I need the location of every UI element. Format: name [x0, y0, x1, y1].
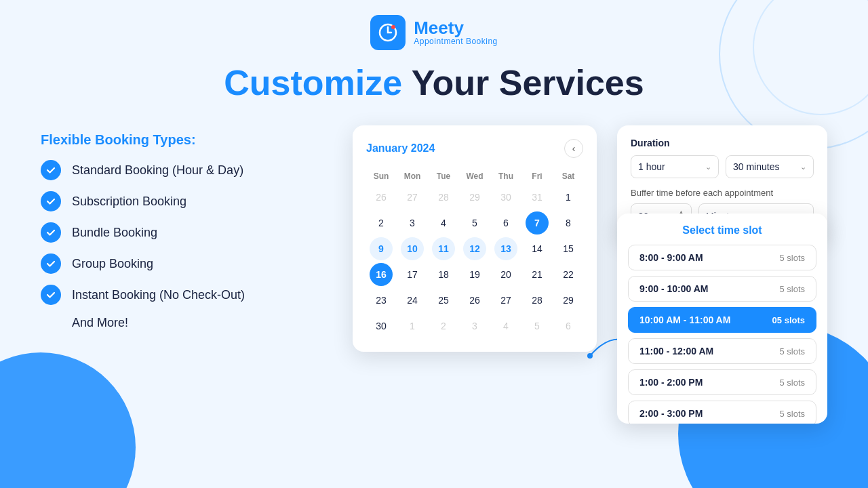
calendar-day[interactable]: 4: [432, 211, 455, 235]
timeslot-slots-count: 5 slots: [779, 253, 805, 263]
calendar-day[interactable]: 27: [401, 186, 424, 209]
calendar-day[interactable]: 30: [370, 314, 393, 338]
calendar-header: January 2024 ‹: [366, 139, 583, 158]
timeslot-slots-count: 5 slots: [779, 378, 805, 388]
calendar-day-header: Sat: [553, 169, 583, 184]
calendar-day[interactable]: 19: [463, 263, 486, 286]
duration-hours-select[interactable]: 1 hour ⌄: [631, 155, 719, 178]
timeslot-slots-count: 05 slots: [772, 315, 805, 325]
logo-subtitle: Appointment Booking: [414, 37, 498, 46]
calendar-day[interactable]: 26: [463, 289, 486, 312]
feature-check-icon: [41, 253, 61, 274]
feature-label: Subscription Booking: [72, 195, 186, 209]
calendar-day[interactable]: 13: [494, 237, 517, 260]
calendar-day[interactable]: 21: [526, 263, 549, 286]
features-section: Flexible Booking Types: Standard Booking…: [41, 125, 326, 330]
timeslot-time: 10:00 AM - 11:00 AM: [639, 314, 730, 325]
page-title-dark: Your Services: [412, 63, 644, 102]
calendar-day[interactable]: 28: [526, 289, 549, 312]
calendar-prev-button[interactable]: ‹: [564, 139, 583, 158]
calendar-day[interactable]: 14: [526, 237, 549, 260]
duration-minutes-value: 30 minutes: [733, 161, 779, 172]
calendar-day[interactable]: 15: [557, 237, 580, 260]
timeslot-list: 8:00 - 9:00 AM 5 slots 9:00 - 10:00 AM 5…: [628, 245, 816, 424]
calendar-day[interactable]: 4: [494, 314, 517, 338]
logo-text: Meety Appointment Booking: [414, 19, 498, 46]
calendar-day[interactable]: 24: [401, 289, 424, 312]
calendar-day[interactable]: 17: [401, 263, 424, 286]
feature-check-icon: [41, 160, 61, 180]
calendar-day-header: Wed: [460, 169, 490, 184]
timeslot-card: Select time slot 8:00 - 9:00 AM 5 slots …: [617, 214, 827, 424]
timeslot-item[interactable]: 1:00 - 2:00 PM 5 slots: [628, 369, 816, 395]
header: Meety Appointment Booking: [0, 0, 868, 57]
calendar-day[interactable]: 7: [526, 211, 549, 235]
timeslot-time: 2:00 - 3:00 PM: [639, 408, 703, 419]
calendar-day[interactable]: 5: [526, 314, 549, 338]
calendar-day[interactable]: 1: [401, 314, 424, 338]
duration-row: 1 hour ⌄ 30 minutes ⌄: [631, 155, 814, 178]
calendar-day[interactable]: 5: [463, 211, 486, 235]
features-heading: Flexible Booking Types:: [41, 132, 326, 148]
calendar-day[interactable]: 11: [432, 237, 455, 260]
calendar-day-header: Sun: [366, 169, 396, 184]
calendar-day[interactable]: 20: [494, 263, 517, 286]
timeslot-item[interactable]: 11:00 - 12:00 AM 5 slots: [628, 338, 816, 364]
calendar-day[interactable]: 28: [432, 186, 455, 209]
and-more-label: And More!: [72, 316, 326, 330]
page-title: Customize Your Services: [0, 64, 868, 102]
timeslot-time: 11:00 - 12:00 AM: [639, 346, 713, 357]
calendar-day[interactable]: 3: [463, 314, 486, 338]
calendar-day[interactable]: 29: [463, 186, 486, 209]
timeslot-item[interactable]: 8:00 - 9:00 AM 5 slots: [628, 245, 816, 270]
feature-label: Bundle Booking: [72, 226, 157, 240]
timeslot-item[interactable]: 2:00 - 3:00 PM 5 slots: [628, 401, 816, 424]
calendar-day[interactable]: 10: [401, 237, 424, 260]
timeslot-slots-count: 5 slots: [779, 346, 805, 357]
feature-item: Group Booking: [41, 253, 326, 274]
calendar-day[interactable]: 26: [370, 186, 393, 209]
calendar-day[interactable]: 1: [557, 186, 580, 209]
calendar-day[interactable]: 27: [494, 289, 517, 312]
buffer-title: Buffer time before each appointment: [631, 188, 814, 198]
calendar-day[interactable]: 2: [432, 314, 455, 338]
calendar-day[interactable]: 23: [370, 289, 393, 312]
calendar-day[interactable]: 3: [401, 211, 424, 235]
chevron-down-icon-2: ⌄: [800, 163, 806, 171]
calendar-day[interactable]: 31: [526, 186, 549, 209]
feature-label: Group Booking: [72, 257, 153, 271]
calendar-day-header: Tue: [429, 169, 458, 184]
calendar-day[interactable]: 29: [557, 289, 580, 312]
calendar-day-header: Thu: [491, 169, 521, 184]
feature-item: Instant Booking (No Check-Out): [41, 285, 326, 305]
calendar-day[interactable]: 8: [557, 211, 580, 235]
timeslot-time: 9:00 - 10:00 AM: [639, 283, 708, 294]
calendar-day[interactable]: 16: [370, 263, 393, 286]
calendar-day[interactable]: 18: [432, 263, 455, 286]
timeslot-item[interactable]: 9:00 - 10:00 AM 5 slots: [628, 276, 816, 302]
ui-cards-area: January 2024 ‹ SunMonTueWedThuFriSat2627…: [353, 125, 827, 417]
calendar-day[interactable]: 6: [494, 211, 517, 235]
feature-check-icon: [41, 191, 61, 211]
timeslot-item[interactable]: 10:00 AM - 11:00 AM 05 slots: [628, 307, 816, 333]
duration-minutes-select[interactable]: 30 minutes ⌄: [726, 155, 814, 178]
calendar-day[interactable]: 30: [494, 186, 517, 209]
features-list: Standard Booking (Hour & Day) Subscripti…: [41, 160, 326, 305]
calendar-day[interactable]: 6: [557, 314, 580, 338]
svg-point-2: [587, 353, 593, 359]
feature-item: Subscription Booking: [41, 191, 326, 211]
calendar-day-header: Mon: [397, 169, 427, 184]
calendar-day[interactable]: 2: [370, 211, 393, 235]
calendar-day[interactable]: 25: [432, 289, 455, 312]
timeslot-slots-count: 5 slots: [779, 284, 805, 294]
calendar-day[interactable]: 22: [557, 263, 580, 286]
feature-label: Standard Booking (Hour & Day): [72, 163, 243, 178]
timeslot-slots-count: 5 slots: [779, 409, 805, 419]
duration-title: Duration: [631, 138, 814, 148]
calendar-day[interactable]: 12: [463, 237, 486, 260]
calendar-day[interactable]: 9: [370, 237, 393, 260]
feature-check-icon: [41, 285, 61, 305]
main-content: Flexible Booking Types: Standard Booking…: [0, 112, 868, 417]
svg-point-1: [391, 25, 395, 29]
timeslot-time: 1:00 - 2:00 PM: [639, 377, 703, 388]
